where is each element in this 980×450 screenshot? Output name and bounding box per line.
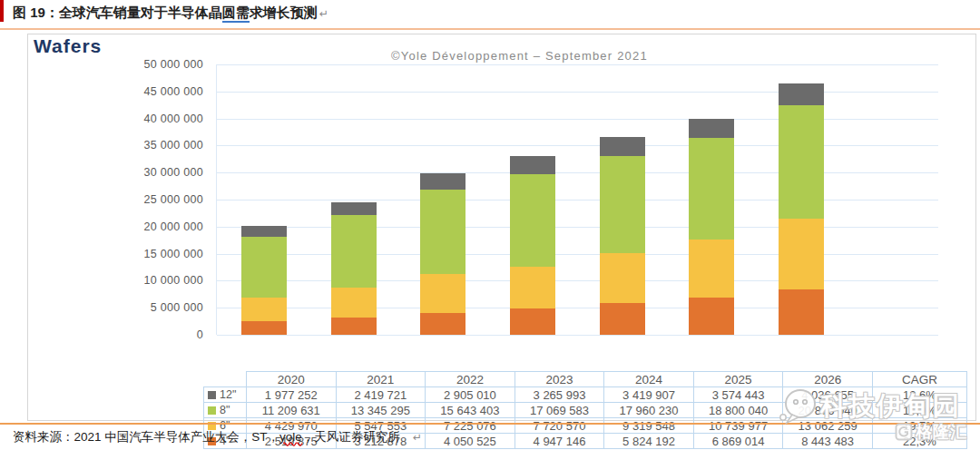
table-column-header: CAGR (872, 372, 966, 387)
bar-segment-4 (241, 321, 287, 335)
value-cell: 10 739 977 (693, 418, 783, 434)
watermark-text: 科技伊甸园 (820, 388, 961, 425)
chat-bubble-icon (779, 386, 818, 426)
value-cell: 3 574 443 (693, 387, 783, 403)
table-column-header: 2023 (514, 372, 604, 387)
legend-swatch (208, 406, 216, 415)
y-axis-tick-label: 50 000 000 (67, 58, 203, 71)
logo-text: 格隆汇 (916, 421, 967, 443)
source-prefix: 资料来源： (13, 430, 74, 444)
value-cell: 17 069 583 (514, 403, 604, 418)
table-column-header: 2025 (693, 372, 783, 387)
source-text: 2021 中国汽车半导体产业大会，ST， (74, 430, 280, 444)
bracket-g-icon (895, 423, 913, 441)
bar-segment-4 (420, 313, 466, 335)
bar-segment-12 (600, 137, 645, 155)
y-axis-tick-label: 10 000 000 (67, 274, 203, 287)
bar-stack-2022 (420, 173, 466, 335)
legend-cell: 8" (204, 403, 247, 418)
gridline (217, 254, 938, 255)
bar-segment-8 (689, 138, 734, 240)
gridline (217, 280, 938, 281)
bar-segment-12 (510, 156, 555, 173)
figure-marker-bar (0, 0, 4, 22)
source-text-after: ，天风证券研究所 (302, 430, 400, 444)
value-cell: 17 960 230 (604, 403, 694, 418)
chart-card: Wafers ©Yole Développement – September 2… (27, 34, 976, 421)
paragraph-return-mark: ↵ (413, 431, 422, 444)
figure-title-text-after: 求增长预测 (250, 5, 318, 20)
bar-segment-8 (420, 190, 466, 274)
value-cell: 2 905 010 (426, 387, 515, 403)
bar-stack-2026 (779, 83, 824, 335)
bar-stack-2020 (241, 226, 287, 335)
value-cell: 1 977 252 (247, 387, 337, 403)
value-cell: 5 824 192 (604, 434, 694, 449)
bar-segment-6 (689, 240, 734, 298)
bar-segment-8 (600, 156, 645, 253)
legend-swatch (208, 391, 216, 399)
table-header-row: 2020202120222023202420252026CAGR (204, 372, 967, 387)
source-spellcheck-word: yole (279, 430, 302, 444)
bar-segment-4 (600, 303, 645, 335)
bar-stack-2024 (600, 137, 645, 335)
legend-cell: 12" (204, 387, 247, 403)
plot-area: 05 000 00010 000 00015 000 00020 000 000… (216, 64, 938, 335)
bar-segment-6 (779, 219, 824, 289)
y-axis-tick-label: 5 000 000 (67, 301, 203, 314)
bar-segment-4 (510, 308, 555, 335)
bar-segment-4 (689, 298, 734, 335)
value-cell: 11 209 631 (247, 403, 337, 418)
gridline (217, 145, 938, 146)
bar-segment-12 (331, 202, 377, 215)
table-blank-corner (204, 372, 247, 387)
gridline (217, 119, 938, 120)
table-column-header: 2021 (336, 372, 426, 387)
table-column-header: 2022 (426, 372, 515, 387)
bar-stack-2023 (510, 156, 555, 335)
y-axis-tick-label: 0 (67, 328, 203, 341)
table-column-header: 2020 (247, 372, 337, 387)
gridline (217, 308, 938, 308)
y-axis-tick-label: 45 000 000 (67, 85, 203, 98)
value-cell: 3 419 907 (604, 387, 694, 403)
gridline (217, 64, 938, 65)
value-cell: 6 869 014 (693, 434, 783, 449)
bar-segment-8 (510, 174, 555, 267)
gridline (217, 92, 938, 93)
y-axis-tick-label: 40 000 000 (67, 112, 203, 125)
bar-segment-6 (331, 288, 377, 318)
bar-segment-6 (420, 274, 466, 313)
value-cell: 13 345 295 (336, 403, 426, 418)
value-cell: 3 265 993 (514, 387, 604, 403)
y-axis-tick-label: 25 000 000 (67, 193, 203, 206)
value-cell: 2 419 721 (336, 387, 426, 403)
value-cell: 15 643 403 (426, 403, 515, 418)
figure-title-text: 全球汽车销量对于半导体晶 (59, 5, 222, 20)
value-cell: 4 947 146 (514, 434, 604, 449)
gridline (217, 200, 938, 201)
gridline (217, 227, 938, 228)
bar-segment-12 (779, 83, 824, 105)
y-axis-tick-label: 20 000 000 (67, 220, 203, 233)
bar-segment-6 (600, 253, 645, 304)
bar-segment-4 (331, 318, 377, 335)
bar-segment-6 (510, 267, 555, 308)
gridline (217, 172, 938, 173)
figure-title-underlined: 圆需 (222, 5, 250, 23)
table-column-header: 2026 (783, 372, 873, 387)
value-cell: 4 050 525 (426, 434, 515, 449)
paragraph-return-mark: ↵ (319, 7, 328, 20)
bar-segment-8 (241, 237, 287, 298)
copyright-watermark: ©Yole Développement – September 2021 (391, 49, 648, 63)
value-cell: 8 443 483 (783, 434, 873, 449)
top-divider-rule (0, 28, 980, 30)
bar-segment-6 (241, 298, 287, 321)
bar-stack-2021 (331, 202, 377, 335)
bar-segment-8 (779, 105, 824, 218)
source-line: 资料来源：2021 中国汽车半导体产业大会，ST，yole，天风证券研究所↵ (13, 429, 422, 445)
y-axis-tick-label: 15 000 000 (67, 248, 203, 260)
figure-title: 图 19：全球汽车销量对于半导体晶圆需求增长预测↵ (13, 5, 328, 22)
bar-stack-2025 (689, 119, 734, 335)
gelonghui-logo: 格隆汇 (895, 421, 967, 443)
